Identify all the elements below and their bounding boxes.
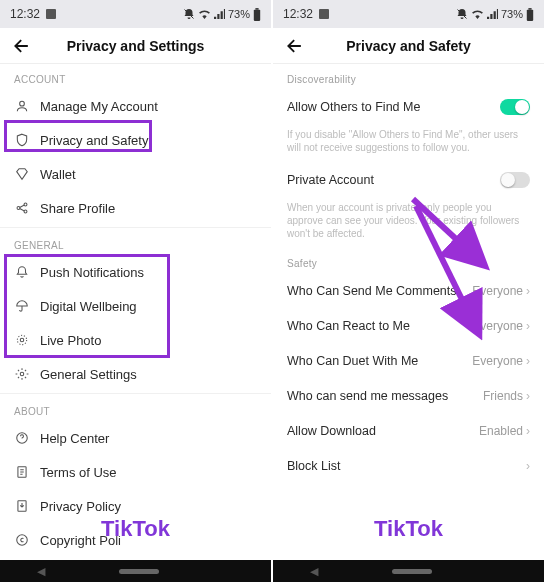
private-desc: When your account is private, only peopl… — [273, 197, 544, 248]
row-allow-find: Allow Others to Find Me — [273, 89, 544, 124]
battery-pct: 73% — [501, 8, 523, 20]
nav-back-icon[interactable]: ◀ — [37, 565, 45, 578]
signal-icon — [487, 9, 498, 19]
row-label: Share Profile — [40, 201, 115, 216]
status-time: 12:32 — [283, 7, 313, 21]
row-digital-wellbeing[interactable]: Digital Wellbeing — [0, 289, 271, 323]
person-icon — [14, 99, 30, 113]
row-label: Who Can React to Me — [287, 319, 410, 333]
gear-icon — [14, 367, 30, 381]
app-bar: Privacy and Safety — [273, 28, 544, 64]
section-about-label: ABOUT — [0, 396, 271, 421]
status-app-icon — [319, 9, 329, 19]
umbrella-icon — [14, 299, 30, 313]
row-terms[interactable]: Terms of Use — [0, 455, 271, 489]
phone-left: 12:32 73% Privacy and Settings ACCOUNT M… — [0, 0, 273, 582]
live-photo-icon — [14, 333, 30, 347]
row-label: Wallet — [40, 167, 76, 182]
row-general-settings[interactable]: General Settings — [0, 357, 271, 391]
row-label: Privacy and Safety — [40, 133, 148, 148]
status-bar: 12:32 73% — [273, 0, 544, 28]
settings-content: ACCOUNT Manage My Account Privacy and Sa… — [0, 64, 271, 560]
battery-icon — [526, 8, 534, 21]
section-general-label: GENERAL — [0, 230, 271, 255]
row-help-center[interactable]: Help Center — [0, 421, 271, 455]
back-icon[interactable] — [12, 36, 32, 56]
row-label: Allow Others to Find Me — [287, 100, 420, 114]
row-push-notifications[interactable]: Push Notifications — [0, 255, 271, 289]
chevron-right-icon: › — [526, 390, 530, 402]
toggle-private[interactable] — [500, 172, 530, 188]
row-privacy-safety[interactable]: Privacy and Safety — [0, 123, 271, 157]
bell-icon — [14, 265, 30, 279]
row-label: Digital Wellbeing — [40, 299, 137, 314]
row-label: Allow Download — [287, 424, 376, 438]
row-blocklist[interactable]: Block List › — [273, 448, 544, 483]
row-privacy-policy[interactable]: Privacy Policy — [0, 489, 271, 523]
toggle-allow-find[interactable] — [500, 99, 530, 115]
page-title: Privacy and Safety — [273, 38, 544, 54]
document-arrow-icon — [14, 499, 30, 513]
watermark-tiktok: TikTok — [273, 516, 544, 542]
discoverability-label: Discoverability — [273, 64, 544, 89]
divider — [0, 227, 271, 228]
battery-pct: 73% — [228, 8, 250, 20]
chevron-right-icon: › — [526, 425, 530, 437]
row-manage-account[interactable]: Manage My Account — [0, 89, 271, 123]
safety-label: Safety — [273, 248, 544, 273]
chevron-right-icon: › — [526, 460, 530, 472]
row-live-photo[interactable]: Live Photo — [0, 323, 271, 357]
row-value: Enabled — [479, 424, 523, 438]
dnd-icon — [456, 8, 468, 20]
status-app-icon — [46, 9, 56, 19]
row-value: Friends — [483, 389, 523, 403]
page-title: Privacy and Settings — [0, 38, 271, 54]
row-duet[interactable]: Who Can Duet With Me Everyone› — [273, 343, 544, 378]
row-comments[interactable]: Who Can Send Me Comments Everyone› — [273, 273, 544, 308]
row-label: Terms of Use — [40, 465, 117, 480]
phone-right: 12:32 73% Privacy and Safety Discoverabi… — [273, 0, 546, 582]
row-messages[interactable]: Who can send me messages Friends› — [273, 378, 544, 413]
wifi-icon — [471, 9, 484, 19]
nav-home-icon[interactable] — [392, 569, 432, 574]
chevron-right-icon: › — [526, 320, 530, 332]
nav-back-icon[interactable]: ◀ — [310, 565, 318, 578]
chevron-right-icon: › — [526, 285, 530, 297]
wifi-icon — [198, 9, 211, 19]
shield-icon — [14, 133, 30, 147]
svg-point-8 — [17, 335, 26, 344]
row-private-account: Private Account — [273, 162, 544, 197]
row-value: Everyone — [472, 319, 523, 333]
svg-rect-16 — [528, 8, 531, 10]
row-react[interactable]: Who Can React to Me Everyone› — [273, 308, 544, 343]
row-label: Privacy Policy — [40, 499, 121, 514]
android-nav: ◀ — [273, 560, 544, 582]
nav-home-icon[interactable] — [119, 569, 159, 574]
section-account-label: ACCOUNT — [0, 64, 271, 89]
share-icon — [14, 201, 30, 215]
app-bar: Privacy and Settings — [0, 28, 271, 64]
row-copyright[interactable]: Copyright Poli — [0, 523, 271, 557]
svg-point-7 — [20, 338, 24, 342]
status-time: 12:32 — [10, 7, 40, 21]
row-wallet[interactable]: Wallet — [0, 157, 271, 191]
allow-find-desc: If you disable "Allow Others to Find Me"… — [273, 124, 544, 162]
row-label: Private Account — [287, 173, 374, 187]
svg-rect-1 — [254, 9, 260, 20]
row-label: General Settings — [40, 367, 137, 382]
divider — [0, 393, 271, 394]
chevron-right-icon: › — [526, 355, 530, 367]
row-value: Everyone — [472, 284, 523, 298]
privacy-content: Discoverability Allow Others to Find Me … — [273, 64, 544, 560]
row-label: Help Center — [40, 431, 109, 446]
copyright-icon — [14, 533, 30, 547]
row-label: Live Photo — [40, 333, 101, 348]
document-icon — [14, 465, 30, 479]
back-icon[interactable] — [285, 36, 305, 56]
row-share-profile[interactable]: Share Profile — [0, 191, 271, 225]
row-download[interactable]: Allow Download Enabled› — [273, 413, 544, 448]
status-bar: 12:32 73% — [0, 0, 271, 28]
svg-point-3 — [20, 101, 25, 106]
row-label: Copyright Poli — [40, 533, 121, 548]
svg-rect-2 — [255, 8, 258, 10]
